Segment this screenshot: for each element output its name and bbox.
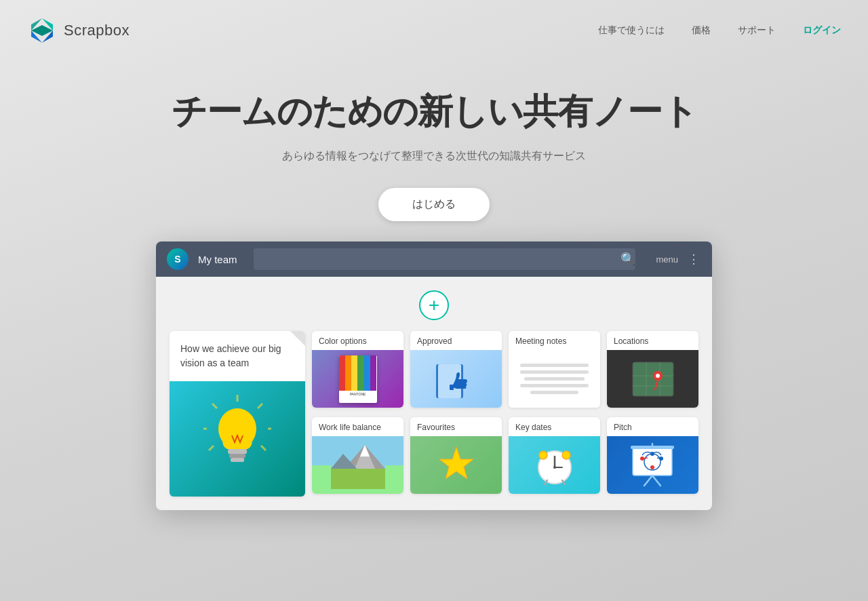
svg-line-6	[212, 404, 217, 408]
nav-support[interactable]: サポート	[738, 24, 776, 37]
site-header: Scrapbox 仕事で使うには 価格 サポート ログイン	[0, 0, 868, 61]
search-icon[interactable]: 🔍	[620, 252, 635, 267]
svg-point-39	[539, 451, 547, 459]
app-logo-icon: S	[167, 248, 189, 270]
hero-title: チームのための新しい共有ノート	[14, 88, 854, 136]
featured-card[interactable]: How we achieve our big vision as a team	[170, 331, 305, 497]
meeting-notes-card[interactable]: Meeting notes	[509, 331, 600, 408]
meeting-notes-title: Meeting notes	[509, 331, 600, 350]
mountains-icon	[331, 442, 385, 489]
logo-area: Scrapbox	[27, 16, 130, 45]
locations-card[interactable]: Locations	[607, 331, 698, 408]
svg-rect-14	[229, 454, 245, 458]
svg-line-10	[209, 446, 214, 450]
nav-login[interactable]: ログイン	[803, 24, 841, 37]
svg-point-40	[562, 451, 570, 459]
key-dates-title: Key dates	[509, 417, 600, 436]
svg-marker-33	[439, 447, 473, 479]
work-life-image	[312, 436, 403, 494]
clock-alarm-icon	[531, 442, 578, 489]
app-mockup: S My team 🔍 menu ⋮ + How we achieve our …	[156, 241, 712, 510]
color-options-image: PANTONE	[312, 350, 403, 408]
pantone-swatch: PANTONE	[339, 355, 377, 403]
approved-image	[410, 350, 502, 408]
svg-point-53	[650, 465, 654, 469]
favourites-image	[410, 436, 502, 494]
app-search-input[interactable]	[254, 248, 636, 270]
add-button-row: +	[170, 290, 698, 320]
pitch-card[interactable]: Pitch	[607, 417, 698, 494]
color-options-card[interactable]: Color options PANTONE	[312, 331, 403, 408]
featured-card-image	[170, 381, 305, 497]
svg-rect-19	[633, 362, 673, 396]
locations-image	[607, 350, 698, 408]
svg-point-52	[650, 452, 654, 456]
svg-point-26	[656, 374, 660, 378]
logo-text: Scrapbox	[64, 22, 130, 39]
app-header: S My team 🔍 menu ⋮	[156, 241, 712, 277]
lightbulb-icon	[203, 395, 271, 483]
cards-grid: How we achieve our big vision as a team	[170, 331, 698, 497]
svg-rect-18	[450, 385, 454, 390]
meeting-notes-image	[509, 350, 600, 408]
key-dates-card[interactable]: Key dates	[509, 417, 600, 494]
thumbsup-icon	[433, 359, 480, 400]
favourites-card[interactable]: Favourites	[410, 417, 502, 494]
color-options-title: Color options	[312, 331, 403, 350]
nav-business[interactable]: 仕事で使うには	[598, 24, 665, 37]
svg-line-54	[642, 458, 648, 459]
main-nav: 仕事で使うには 価格 サポート ログイン	[598, 24, 841, 37]
approved-card[interactable]: Approved	[410, 331, 502, 408]
app-more-icon[interactable]: ⋮	[688, 252, 701, 267]
star-icon	[433, 442, 480, 489]
svg-rect-15	[231, 458, 244, 462]
pitch-title: Pitch	[607, 417, 698, 436]
svg-line-47	[652, 476, 660, 486]
hero-subtitle: あらゆる情報をつなげて整理できる次世代の知識共有サービス	[14, 149, 854, 163]
approved-title: Approved	[410, 331, 502, 350]
pitch-image	[607, 436, 698, 494]
work-life-balance-title: Work life balance	[312, 417, 403, 436]
svg-line-55	[657, 458, 661, 459]
featured-card-text: How we achieve our big vision as a team	[170, 331, 305, 381]
svg-rect-43	[633, 447, 672, 476]
scrapbox-logo-icon	[27, 16, 57, 45]
work-life-balance-card[interactable]: Work life balance	[312, 417, 403, 494]
svg-rect-13	[228, 449, 247, 454]
nav-pricing[interactable]: 価格	[692, 24, 711, 37]
map-icon	[629, 355, 677, 403]
app-team-name: My team	[198, 254, 237, 265]
hero-section: チームのための新しい共有ノート あらゆる情報をつなげて整理できる次世代の知識共有…	[0, 61, 868, 241]
key-dates-image	[509, 436, 600, 494]
svg-line-7	[258, 404, 262, 408]
cta-button[interactable]: はじめる	[378, 188, 490, 221]
svg-rect-28	[331, 469, 385, 489]
favourites-title: Favourites	[410, 417, 502, 436]
card-fold-decoration	[290, 331, 305, 346]
presentation-board-icon	[627, 442, 678, 489]
svg-line-46	[644, 476, 652, 486]
plus-icon: +	[429, 296, 439, 315]
app-menu-label[interactable]: menu	[656, 254, 678, 265]
add-page-button[interactable]: +	[419, 290, 449, 320]
locations-title: Locations	[607, 331, 698, 350]
app-content: + How we achieve our big vision as a tea…	[156, 277, 712, 510]
svg-line-11	[261, 446, 266, 450]
